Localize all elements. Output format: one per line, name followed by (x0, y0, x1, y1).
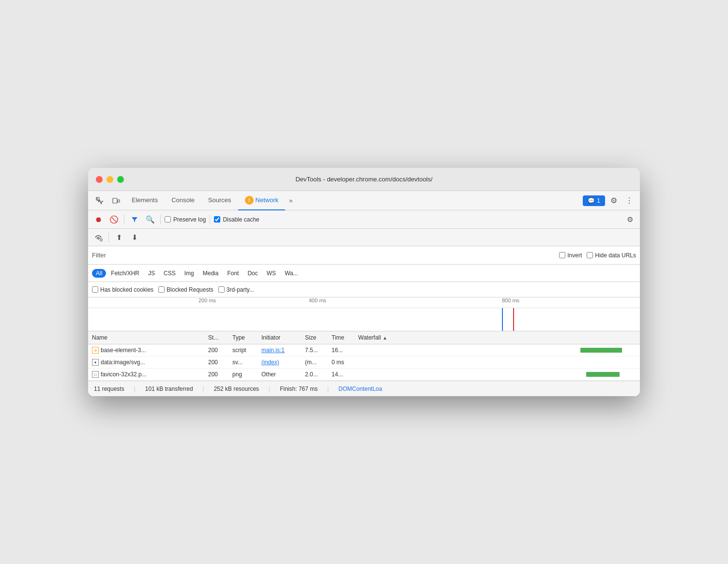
hide-data-urls-checkbox[interactable] (587, 252, 593, 258)
more-options-btn[interactable]: ⋮ (622, 194, 636, 208)
cell-initiator-2: Other (258, 369, 301, 381)
waterfall-bar-0 (580, 348, 622, 353)
col-header-name[interactable]: Name (88, 331, 204, 344)
devtools-window: DevTools - developer.chrome.com/docs/dev… (88, 168, 640, 396)
network-toolbar: ⏺ 🚫 🔍 Preserve log Disable cache ⚙ (88, 210, 640, 229)
preserve-log-label[interactable]: Preserve log (165, 216, 206, 223)
cell-waterfall-0 (354, 344, 640, 356)
tabs-bar: Elements Console Sources ! Network » (88, 191, 640, 210)
table-row[interactable]: ⊕ base-element-3... 200 script main.js:1… (88, 344, 640, 356)
disable-cache-checkbox[interactable] (214, 216, 220, 223)
col-header-size[interactable]: Size (301, 331, 328, 344)
download-btn[interactable]: ⬇ (128, 231, 141, 244)
network-warning-badge: ! (245, 196, 254, 205)
titlebar: DevTools - developer.chrome.com/docs/dev… (88, 168, 640, 191)
cell-time-2: 14... (328, 369, 354, 381)
timeline-mark-800: 800 ms (502, 297, 519, 303)
chat-button[interactable]: 💬 1 (583, 195, 605, 206)
cell-status-0: 200 (204, 344, 228, 356)
record-btn[interactable]: ⏺ (92, 213, 105, 226)
cell-size-2: 2.0... (301, 369, 328, 381)
hide-data-urls-label[interactable]: Hide data URLs (587, 252, 636, 259)
invert-label[interactable]: Invert (559, 252, 582, 259)
status-finish: Finish: 767 ms (280, 386, 318, 392)
type-filter-all[interactable]: All (92, 269, 106, 278)
status-resources: 252 kB resources (214, 386, 259, 392)
col-header-waterfall[interactable]: Waterfall ▲ (354, 331, 640, 344)
device-toolbar-btn[interactable] (108, 193, 124, 208)
type-filter-img[interactable]: Img (181, 269, 198, 278)
dom-content-link[interactable]: DOMContentLoa (338, 386, 382, 392)
timeline-blue-marker (502, 308, 503, 331)
type-filter-wa[interactable]: Wa... (281, 269, 302, 278)
devtools-body: Elements Console Sources ! Network » (88, 191, 640, 396)
preserve-log-checkbox[interactable] (165, 216, 171, 223)
timeline: 200 ms 400 ms 800 ms (88, 297, 640, 331)
type-filters-bar: All Fetch/XHR JS CSS Img Media Font Doc … (88, 265, 640, 282)
timeline-mark-200: 200 ms (198, 297, 216, 303)
type-filter-css[interactable]: CSS (160, 269, 180, 278)
minimize-button[interactable] (106, 176, 113, 183)
cell-type-0: script (228, 344, 258, 356)
cell-name-1: ▾ data:image/svg... (88, 356, 204, 369)
cell-time-0: 16... (328, 344, 354, 356)
network-table-container[interactable]: Name St... Type Initiator Size Time Wate… (88, 331, 640, 381)
blocked-cookies-label[interactable]: Has blocked cookies (92, 286, 153, 293)
close-button[interactable] (96, 176, 103, 183)
svg-rect-2 (118, 200, 120, 202)
tab-elements[interactable]: Elements (125, 191, 165, 210)
table-row[interactable]: □ favicon-32x32.p... 200 png Other 2.0..… (88, 369, 640, 381)
filter-bar: Filter Invert Hide data URLs (88, 246, 640, 265)
col-header-initiator[interactable]: Initiator (258, 331, 301, 344)
clear-btn[interactable]: 🚫 (107, 213, 120, 226)
blocked-cookies-checkbox[interactable] (92, 286, 98, 293)
type-filter-ws[interactable]: WS (263, 269, 280, 278)
search-btn[interactable]: 🔍 (144, 213, 156, 226)
table-row[interactable]: ▾ data:image/svg... 200 sv... (index) (m… (88, 356, 640, 369)
disable-cache-label[interactable]: Disable cache (214, 216, 259, 223)
network-settings-btn[interactable]: ⚙ (623, 213, 636, 226)
type-filter-doc[interactable]: Doc (243, 269, 261, 278)
blocked-requests-label[interactable]: Blocked Requests (158, 286, 213, 293)
resource-icon-script: ⊕ (92, 347, 99, 354)
cell-waterfall-2 (354, 369, 640, 381)
inspect-element-btn[interactable] (92, 193, 107, 208)
tabs-right-actions: 💬 1 ⚙ ⋮ (583, 194, 636, 208)
cell-status-2: 200 (204, 369, 228, 381)
more-tabs-btn[interactable]: » (285, 197, 296, 204)
cell-initiator-1: (index) (258, 356, 301, 369)
table-header-row: Name St... Type Initiator Size Time Wate… (88, 331, 640, 344)
filter-row3: Has blocked cookies Blocked Requests 3rd… (88, 282, 640, 297)
cell-time-1: 0 ms (328, 356, 354, 369)
settings-btn[interactable]: ⚙ (607, 194, 621, 208)
cell-status-1: 200 (204, 356, 228, 369)
type-filter-fetch-xhr[interactable]: Fetch/XHR (107, 269, 143, 278)
waterfall-sort-icon: ▲ (382, 335, 387, 341)
blocked-requests-checkbox[interactable] (158, 286, 165, 293)
resource-icon-img: □ (92, 371, 99, 378)
upload-btn[interactable]: ⬆ (113, 231, 125, 244)
col-header-time[interactable]: Time (328, 331, 354, 344)
type-filter-js[interactable]: JS (144, 269, 159, 278)
wifi-settings-btn[interactable] (92, 231, 105, 244)
traffic-lights (96, 176, 124, 183)
type-filter-media[interactable]: Media (199, 269, 223, 278)
svg-rect-1 (113, 198, 117, 203)
filter-btn[interactable] (128, 213, 141, 226)
maximize-button[interactable] (117, 176, 124, 183)
invert-checkbox[interactable] (559, 252, 565, 258)
waterfall-bar-2 (586, 372, 620, 377)
cell-type-2: png (228, 369, 258, 381)
tab-network[interactable]: ! Network (238, 191, 286, 210)
cell-name-0: ⊕ base-element-3... (88, 344, 204, 356)
col-header-type[interactable]: Type (228, 331, 258, 344)
tab-console[interactable]: Console (165, 191, 201, 210)
third-party-label[interactable]: 3rd-party... (218, 286, 254, 293)
type-filter-font[interactable]: Font (223, 269, 243, 278)
third-party-checkbox[interactable] (218, 286, 225, 293)
status-bar: 11 requests | 101 kB transferred | 252 k… (88, 381, 640, 396)
window-title: DevTools - developer.chrome.com/docs/dev… (295, 176, 432, 183)
col-header-status[interactable]: St... (204, 331, 228, 344)
status-transferred: 101 kB transferred (145, 386, 193, 392)
tab-sources[interactable]: Sources (201, 191, 238, 210)
